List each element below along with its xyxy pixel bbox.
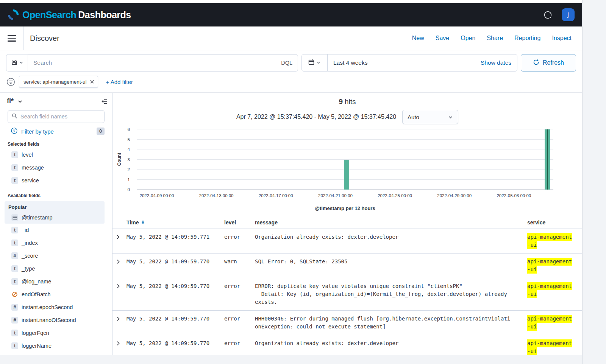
cell-service: api-management-ui (527, 233, 582, 249)
popular-header: Popular (5, 204, 105, 212)
search-input[interactable] (28, 59, 276, 66)
time-range-value[interactable]: Last 4 weeks (328, 59, 367, 66)
field-item-@timestamp[interactable]: @timestamp (5, 212, 105, 224)
nav-save[interactable]: Save (436, 35, 449, 42)
column-header-service: service (527, 219, 582, 226)
field-item-level[interactable]: tlevel (0, 148, 112, 161)
table-row: May 5, 2022 @ 14:09:59.770errorERROR: du… (112, 278, 582, 311)
available-fields-header: Available fields (8, 193, 105, 198)
hits-count: 9 (339, 98, 343, 106)
field-item-instant.epochSecond[interactable]: #instant.epochSecond (0, 301, 112, 314)
x-tick-label: 2022-04-25 00:00 (378, 193, 412, 198)
field-item-loggerName[interactable]: tloggerName (0, 339, 112, 352)
global-filter-icon[interactable] (6, 77, 16, 87)
sort-desc-icon (141, 219, 145, 226)
filter-pill[interactable]: service: api-management-ui (19, 76, 98, 88)
y-tick-label: 5 (128, 137, 130, 142)
nav-inspect[interactable]: Inspect (552, 35, 572, 42)
cell-time: May 5, 2022 @ 14:09:59.770 (127, 282, 224, 306)
field-item-_index[interactable]: t_index (0, 236, 112, 249)
discover-main: 9hits Apr 7, 2022 @ 15:37:45.420 - May 5… (112, 93, 582, 355)
content: fl* Filter by type 0 (0, 93, 582, 355)
x-tick-label: 2022-04-09 00:00 (140, 193, 174, 198)
x-tick-label: 2022-04-17 00:00 (259, 193, 293, 198)
field-item-loggerFqcn[interactable]: tloggerFqcn (0, 327, 112, 339)
x-axis-ticks: 2022-04-09 00:002022-04-13 00:002022-04-… (137, 193, 553, 202)
nav-reporting[interactable]: Reporting (514, 35, 540, 42)
field-name: _id (22, 227, 29, 233)
help-icon[interactable] (543, 10, 553, 20)
field-item-@log_name[interactable]: t@log_name (0, 275, 112, 288)
refresh-label: Refresh (543, 59, 564, 66)
cell-service: api-management-ui (527, 258, 582, 274)
user-avatar[interactable]: j (562, 8, 575, 21)
expand-row-button[interactable] (112, 233, 127, 249)
refresh-button[interactable]: Refresh (521, 54, 576, 72)
cell-level: error (224, 282, 255, 306)
search-icon (12, 113, 17, 120)
nav-share[interactable]: Share (487, 35, 503, 42)
time-picker-calendar-button[interactable] (302, 54, 328, 71)
cell-service: api-management-ui (527, 282, 582, 306)
field-item-_type[interactable]: t_type (0, 262, 112, 275)
field-search (8, 110, 105, 123)
number-field-icon: # (11, 304, 18, 311)
table-row: May 5, 2022 @ 14:09:59.770errorHHH000346… (112, 311, 582, 335)
field-item-_id[interactable]: t_id (0, 224, 112, 236)
collapse-sidebar-icon[interactable] (101, 98, 108, 105)
show-dates-link[interactable]: Show dates (481, 59, 517, 66)
home-link[interactable]: OpenSearchDashboards (8, 9, 131, 20)
filter-icon (11, 127, 18, 135)
chevron-down-icon[interactable] (17, 99, 23, 104)
expand-row-button[interactable] (112, 258, 127, 274)
highlighted-term: api-management (527, 282, 572, 290)
number-field-icon: # (11, 317, 18, 324)
y-tick-label: 6 (128, 127, 130, 132)
expand-row-button[interactable] (112, 315, 127, 331)
field-name: loggerFqcn (22, 330, 49, 336)
interval-select[interactable]: Auto (402, 110, 458, 124)
column-header-time[interactable]: Time (127, 219, 224, 226)
y-axis-ticks: 0123456 (112, 129, 134, 190)
table-row: May 5, 2022 @ 14:09:59.771errorOrganizat… (112, 229, 582, 254)
hits-summary: 9hits (112, 98, 582, 106)
remove-filter-icon[interactable] (90, 79, 94, 84)
expand-row-button[interactable] (112, 339, 127, 355)
index-pattern-selector[interactable]: fl* (7, 97, 14, 105)
query-language-button[interactable]: DQL (276, 60, 298, 66)
saved-query-button[interactable] (6, 54, 28, 72)
add-filter-link[interactable]: + Add filter (106, 79, 133, 85)
field-name: level (22, 152, 33, 158)
time-range-display: Apr 7, 2022 @ 15:37:45.420 - May 5, 2022… (236, 114, 396, 120)
highlighted-term: -ui (527, 347, 537, 355)
histogram-plot (137, 129, 553, 190)
field-item-endOfBatch[interactable]: endOfBatch (0, 288, 112, 301)
cell-service: api-management-ui (527, 339, 582, 355)
filter-by-type-button[interactable]: Filter by type 0 (11, 127, 105, 135)
field-search-input[interactable] (20, 114, 100, 120)
field-name: instant.nanoOfSecond (22, 317, 76, 323)
nav-new[interactable]: New (412, 35, 424, 42)
cell-time: May 5, 2022 @ 14:09:59.770 (127, 339, 224, 355)
expand-row-button[interactable] (112, 282, 127, 306)
interval-value: Auto (408, 114, 419, 120)
y-tick-label: 2 (128, 167, 130, 172)
field-item-instant.nanoOfSecond[interactable]: #instant.nanoOfSecond (0, 314, 112, 327)
gridline (137, 149, 553, 149)
doc-table-header: Time level message service (112, 217, 582, 229)
field-item-_score[interactable]: #_score (0, 249, 112, 262)
field-name: _score (22, 253, 38, 259)
cell-level: error (224, 233, 255, 249)
highlighted-term: -ui (527, 290, 537, 298)
field-name: _index (22, 240, 38, 246)
field-item-service[interactable]: tservice (0, 174, 112, 187)
cell-level: warn (224, 258, 255, 274)
chevron-down-icon (448, 115, 453, 120)
histogram-bar[interactable] (344, 160, 349, 190)
string-field-icon: t (11, 177, 18, 184)
nav-open[interactable]: Open (461, 35, 475, 42)
field-name: _type (22, 266, 35, 272)
menu-button[interactable] (0, 26, 23, 50)
table-row: May 5, 2022 @ 14:09:59.770warnSQL Error:… (112, 254, 582, 278)
field-item-message[interactable]: tmessage (0, 161, 112, 174)
